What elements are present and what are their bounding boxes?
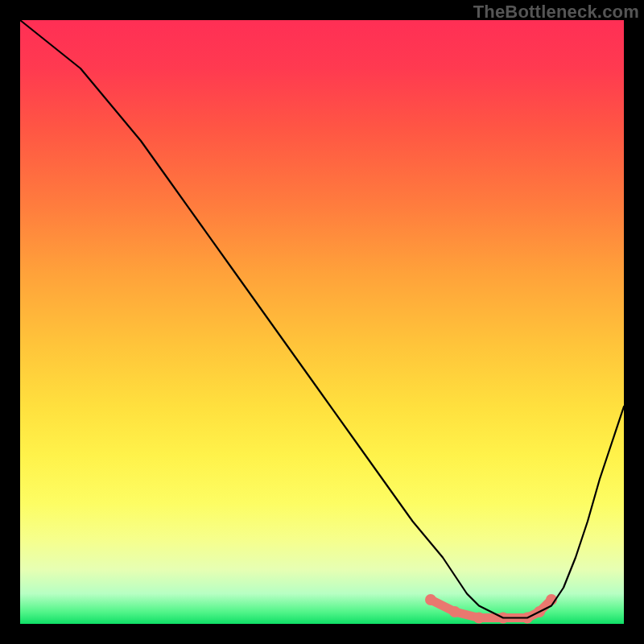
plot-area [20, 20, 624, 624]
chart-svg [20, 20, 624, 624]
chart-frame: TheBottleneck.com [0, 0, 644, 644]
optimal-region-dot [473, 613, 485, 624]
optimal-region-dot [425, 594, 436, 605]
optimal-region-dot [449, 606, 460, 617]
bottleneck-curve-line [20, 20, 624, 618]
